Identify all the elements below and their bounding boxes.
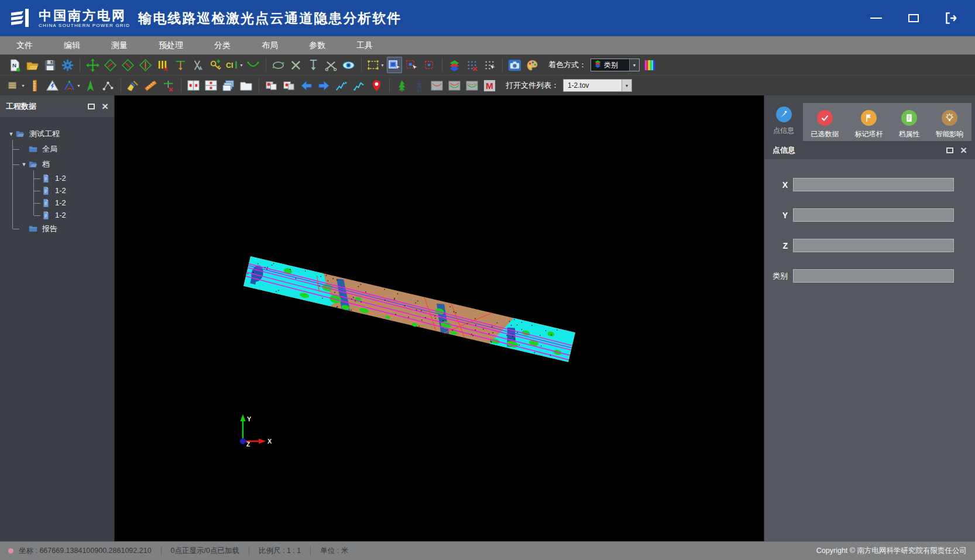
snapshot-camera-button[interactable]	[507, 57, 523, 73]
tab-mark-tower[interactable]: 标记塔杆	[855, 106, 883, 139]
vertical-ruler-button[interactable]	[28, 77, 43, 94]
copy-view-button[interactable]	[264, 77, 279, 94]
cross-measure-button[interactable]	[190, 57, 205, 73]
tree-expander-icon[interactable]: ▼	[20, 162, 28, 167]
new-project-button[interactable]: N	[7, 57, 22, 73]
dropdown-arrow-icon[interactable]: ▼	[629, 59, 639, 71]
split-vertical-button[interactable]	[186, 77, 201, 94]
diamond-section-2-icon	[121, 59, 135, 72]
layers-icon	[448, 59, 461, 72]
cut-tool-button[interactable]	[324, 57, 339, 73]
dropdown-arrow-icon[interactable]: ▼	[239, 63, 243, 67]
sag-curve-red-button[interactable]	[430, 77, 445, 94]
catenary-fit-button[interactable]	[246, 57, 261, 73]
measure-height-button[interactable]	[173, 57, 188, 73]
tree-item-span-1[interactable]: 1-2	[0, 172, 114, 184]
color-mode-select[interactable]: 类别▼	[591, 59, 640, 71]
tab-selected-data[interactable]: 已选数据	[811, 106, 839, 139]
logout-button[interactable]	[943, 11, 959, 26]
menu-5[interactable]: 分类	[207, 40, 242, 51]
clean-tool-button[interactable]	[126, 77, 141, 94]
vegetation-mark-button[interactable]	[394, 77, 410, 94]
tree-item-span-3[interactable]: 1-2	[0, 197, 114, 209]
save-project-button[interactable]	[42, 57, 57, 73]
tab-span-properties[interactable]: 档属性	[899, 106, 920, 139]
angle-measure-button[interactable]: ▼	[63, 77, 81, 94]
profile-section-1-button[interactable]	[102, 57, 118, 73]
profile-polyline-button[interactable]	[334, 77, 349, 94]
stamp-tool-button[interactable]: ▼	[7, 77, 25, 94]
plumb-line-button[interactable]	[306, 57, 321, 73]
open-file-select[interactable]: 1-2.tov▼	[563, 79, 632, 92]
field-input-z[interactable]	[793, 239, 954, 252]
maximize-button[interactable]	[906, 11, 921, 26]
tile-windows-button[interactable]	[239, 77, 254, 94]
danger-point-button[interactable]	[45, 77, 60, 94]
point-cloud-viewport[interactable]: Y Z X	[115, 95, 764, 541]
profile-section-2-button[interactable]	[120, 57, 135, 73]
tab-smart-impact[interactable]: 智能影响	[936, 106, 964, 139]
clearance-ci-button[interactable]: CI▼	[225, 57, 243, 73]
rect-select-button[interactable]: ▼	[366, 57, 384, 73]
menu-8[interactable]: 工具	[349, 40, 384, 51]
tree-expander-icon[interactable]: ▼	[7, 131, 15, 137]
cascade-windows-button[interactable]	[221, 77, 236, 94]
level-delete-button[interactable]	[161, 77, 176, 94]
visibility-button[interactable]	[341, 57, 356, 73]
menu-1[interactable]: 文件	[9, 40, 44, 51]
node-path-button[interactable]	[101, 77, 116, 94]
dropdown-arrow-icon[interactable]: ▼	[21, 84, 25, 88]
locate-point-button[interactable]	[369, 77, 384, 94]
point-info-close-icon[interactable]: ×	[960, 146, 967, 154]
paste-view-button[interactable]	[281, 77, 297, 94]
minimize-button[interactable]	[868, 11, 884, 26]
tab-point-info[interactable]: 点信息	[773, 103, 794, 141]
deselect-button[interactable]	[422, 57, 437, 73]
tree-item-span-4[interactable]: 1-2	[0, 209, 114, 221]
menu-4[interactable]: 预处理	[151, 40, 195, 51]
marker-m-button[interactable]: M	[482, 77, 497, 94]
class-layers-button[interactable]	[447, 57, 462, 73]
tree-item-0[interactable]: ▼测试工程	[0, 126, 114, 142]
menu-6[interactable]: 布局	[254, 40, 290, 51]
sag-curve-double-button[interactable]	[447, 77, 462, 94]
profile-polyline-2-button[interactable]	[352, 77, 367, 94]
doc-icon	[41, 186, 52, 195]
point-select-button[interactable]	[404, 57, 420, 73]
tower-mark-button[interactable]	[412, 77, 427, 94]
panel-close-icon[interactable]: ×	[102, 102, 108, 111]
dropdown-arrow-icon[interactable]: ▼	[77, 84, 81, 88]
menu-3[interactable]: 测量	[104, 40, 139, 51]
area-select-button[interactable]	[387, 57, 402, 73]
menu-7[interactable]: 参数	[301, 40, 337, 51]
panel-restore-icon[interactable]	[88, 104, 95, 109]
prev-span-button[interactable]	[299, 77, 314, 94]
render-palette-button[interactable]	[525, 57, 540, 73]
sag-curve-green-button[interactable]	[465, 77, 480, 94]
point-info-restore-icon[interactable]	[946, 147, 953, 153]
status-separator	[249, 547, 249, 555]
field-input-y[interactable]	[793, 208, 954, 222]
field-input-x[interactable]	[793, 178, 954, 191]
color-scale-button[interactable]	[643, 57, 658, 73]
orbit-view-button[interactable]	[271, 57, 286, 73]
move-view-button[interactable]	[85, 57, 100, 73]
profile-section-3-button[interactable]	[138, 57, 153, 73]
north-arrow-button[interactable]	[83, 77, 98, 94]
split-horizontal-button[interactable]	[204, 77, 219, 94]
open-project-button[interactable]	[25, 57, 40, 73]
dropdown-arrow-icon[interactable]: ▼	[622, 80, 631, 91]
permission-key-button[interactable]	[208, 57, 223, 73]
tree-guide-line	[34, 178, 40, 179]
grid-delete-button[interactable]	[465, 57, 480, 73]
settings-button[interactable]	[60, 57, 75, 73]
grid-pick-button[interactable]	[482, 57, 497, 73]
menu-2[interactable]: 编辑	[56, 40, 92, 51]
distance-ruler-button[interactable]	[143, 77, 159, 94]
next-span-button[interactable]	[317, 77, 332, 94]
dropdown-arrow-icon[interactable]: ▼	[380, 63, 384, 67]
tree-item-span-2[interactable]: 1-2	[0, 184, 114, 197]
delete-cross-button[interactable]	[289, 57, 304, 73]
field-input-类别[interactable]	[793, 269, 954, 283]
section-lines-delete-button[interactable]	[155, 57, 170, 73]
